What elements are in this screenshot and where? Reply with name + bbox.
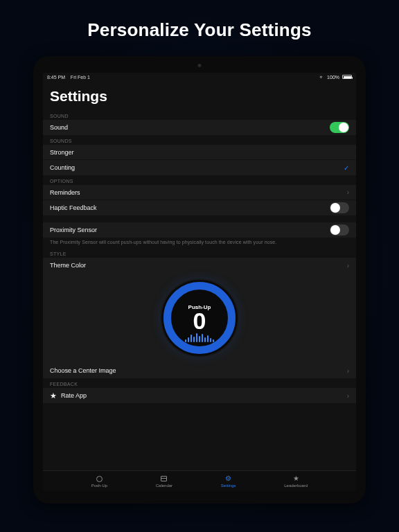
tablet-frame: 8:45 PM Fri Feb 1 ᯤ 100% Settings SOUND … [33, 56, 366, 504]
page-title: Settings [43, 81, 356, 110]
row-label: Theme Color [50, 262, 86, 269]
dial-value: 0 [193, 309, 206, 332]
status-bar: 8:45 PM Fri Feb 1 ᯤ 100% [43, 73, 356, 81]
section-header-sound: SOUND [43, 110, 356, 120]
tab-settings[interactable]: ⚙ Settings [221, 475, 236, 488]
tab-label: Settings [221, 484, 236, 488]
tab-label: Calendar [156, 484, 172, 488]
tab-calendar[interactable]: Calendar [156, 475, 172, 488]
tab-label: Push-Up [91, 484, 107, 488]
chevron-right-icon: › [347, 367, 349, 375]
tab-pushup[interactable]: Push-Up [91, 475, 107, 488]
status-time: 8:45 PM [47, 75, 65, 80]
settings-list[interactable]: SOUND Sound SOUNDS Stronger Counting ✓ O… [43, 110, 356, 470]
screen: 8:45 PM Fri Feb 1 ᯤ 100% Settings SOUND … [43, 73, 356, 491]
row-label: Rate App [61, 392, 87, 399]
check-icon: ✓ [344, 164, 349, 172]
row-label: Choose a Center Image [50, 367, 116, 374]
wifi-icon: ᯤ [319, 75, 324, 80]
section-header-feedback: FEEDBACK [43, 378, 356, 388]
toggle-haptic[interactable] [330, 202, 349, 213]
tab-bar: Push-Up Calendar ⚙ Settings ★ Leaderboar… [43, 470, 356, 491]
row-label: Proximity Sensor [50, 227, 97, 233]
chevron-right-icon: › [347, 392, 349, 400]
section-header-options: OPTIONS [43, 175, 356, 185]
row-proximity[interactable]: Proximity Sensor [43, 222, 356, 238]
row-choose-center-image[interactable]: Choose a Center Image › [43, 363, 356, 378]
camera-dot [198, 64, 202, 67]
dial-bars-icon [185, 333, 214, 342]
battery-pct: 100% [327, 75, 339, 80]
status-right: ᯤ 100% [319, 75, 352, 80]
tab-label: Leaderboard [284, 484, 308, 488]
row-reminders[interactable]: Reminders › [43, 185, 356, 200]
star-icon: ★ [292, 475, 300, 483]
gear-icon: ⚙ [224, 475, 232, 483]
row-label: Haptic Feedback [50, 204, 97, 211]
marketing-headline: Personalize Your Settings [87, 19, 311, 41]
toggle-sound[interactable] [330, 122, 349, 133]
row-haptic[interactable]: Haptic Feedback [43, 200, 356, 215]
row-sound[interactable]: Sound [43, 120, 356, 135]
row-label: Sound [50, 124, 68, 131]
status-date: Fri Feb 1 [71, 75, 90, 80]
row-sound-counting[interactable]: Counting ✓ [43, 160, 356, 175]
chevron-right-icon: › [347, 262, 349, 269]
chevron-right-icon: › [347, 188, 349, 196]
proximity-note: The Proximity Sensor will count push-ups… [43, 238, 356, 248]
row-rate-app[interactable]: ★ Rate App › [43, 388, 356, 403]
status-left: 8:45 PM Fri Feb 1 [47, 75, 90, 80]
center-image-preview: Push-Up 0 [43, 273, 356, 363]
calendar-icon [160, 475, 168, 483]
battery-icon [342, 75, 352, 79]
toggle-proximity[interactable] [330, 224, 349, 236]
tab-leaderboard[interactable]: ★ Leaderboard [284, 475, 308, 488]
row-label: Stronger [50, 149, 74, 156]
row-theme-color[interactable]: Theme Color › [43, 258, 356, 273]
row-sound-stronger[interactable]: Stronger [43, 145, 356, 160]
pushup-dial: Push-Up 0 [163, 282, 236, 354]
row-label: Counting [50, 164, 75, 171]
star-icon: ★ [50, 392, 57, 400]
section-header-sounds: SOUNDS [43, 135, 356, 145]
circle-icon [96, 475, 103, 483]
section-header-style: STYLE [43, 248, 356, 258]
row-label: Reminders [50, 189, 80, 196]
